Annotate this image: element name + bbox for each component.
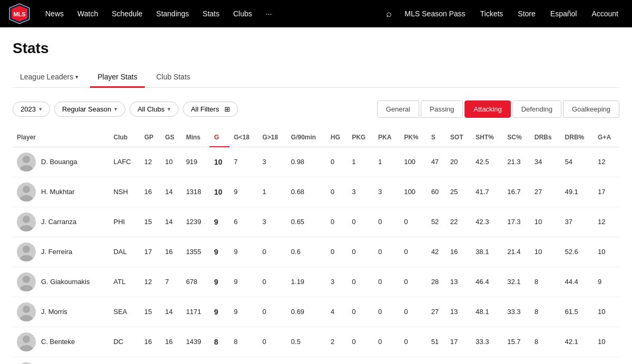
drbpct-cell: 32.1: [561, 357, 594, 364]
pka-cell: 0: [374, 207, 400, 237]
tab-player-stats[interactable]: Player Stats: [90, 67, 144, 88]
g-cell: 10: [210, 177, 230, 207]
table-row: C. Espinoza SJ 16 16 1434 8 6 2 0.5 0 3 …: [13, 357, 619, 364]
sot-cell: 17: [446, 327, 471, 357]
tab-club-stats[interactable]: Club Stats: [149, 67, 198, 88]
drbs-cell: 34: [530, 147, 561, 177]
nav-espanol[interactable]: Español: [545, 6, 582, 21]
nav-clubs[interactable]: Clubs: [227, 6, 259, 21]
club-cell: DC: [109, 327, 140, 357]
tab-league-leaders[interactable]: League Leaders: [13, 67, 86, 88]
filters-bar: 2023 Regular Season All Clubs All Filter…: [13, 100, 619, 118]
g90min-cell: 0.68: [287, 177, 327, 207]
pkpct-cell: 0: [400, 207, 427, 237]
pka-cell: 1: [374, 147, 400, 177]
table-header: Player Club GP GS Mins G G<18 G>18 G/90m…: [13, 128, 619, 147]
g-cell: 10: [210, 147, 230, 177]
nav-account[interactable]: Account: [586, 6, 624, 21]
drbs-cell: 27: [530, 177, 561, 207]
hg-cell: 0: [327, 357, 348, 364]
stat-tab-general[interactable]: General: [377, 100, 419, 118]
col-drbs: DRBs: [530, 128, 561, 147]
g90min-cell: 1.19: [287, 267, 327, 297]
stat-tab-attacking[interactable]: Attacking: [465, 100, 510, 118]
g18over-cell: 2: [258, 357, 287, 364]
pka-cell: 0: [374, 327, 400, 357]
sot-cell: 22: [446, 207, 471, 237]
g90min-cell: 0.65: [287, 207, 327, 237]
clubs-filter[interactable]: All Clubs: [130, 102, 179, 117]
g18over-cell: 0: [258, 297, 287, 327]
nav-stats[interactable]: Stats: [196, 6, 226, 21]
mls-logo[interactable]: MLS: [8, 3, 31, 25]
s-cell: 51: [427, 327, 446, 357]
table-row: H. Mukhtar NSH 16 14 1318 10 9 1 0.68 0 …: [13, 177, 619, 207]
g18under-cell: 8: [230, 327, 258, 357]
pkg-cell: 0: [348, 267, 374, 297]
s-cell: 28: [427, 267, 446, 297]
table-row: D. Bouanga LAFC 12 10 919 10 7 3 0.98 0 …: [13, 147, 619, 177]
ga-cell: 10: [594, 327, 619, 357]
gs-cell: 16: [161, 237, 182, 267]
nav-tickets[interactable]: Tickets: [475, 6, 509, 21]
shtpct-cell: 42.3: [471, 207, 503, 237]
svg-point-4: [23, 156, 30, 163]
col-pkg: PKG: [348, 128, 374, 147]
stats-page: Stats League Leaders Player Stats Club S…: [0, 27, 632, 364]
g18under-cell: 9: [230, 267, 258, 297]
gp-cell: 12: [140, 147, 161, 177]
col-g18over: G>18: [258, 128, 287, 147]
svg-point-13: [23, 246, 30, 253]
club-cell: PHI: [109, 207, 140, 237]
all-filters-button[interactable]: All Filters ⊞: [183, 102, 238, 117]
player-cell: J. Ferreira: [13, 237, 109, 267]
club-cell: SJ: [109, 357, 140, 364]
ga-cell: 10: [594, 237, 619, 267]
player-avatar: [17, 153, 36, 171]
scpct-cell: 21.4: [503, 237, 530, 267]
stat-tab-defending[interactable]: Defending: [512, 100, 561, 118]
nav-more[interactable]: ···: [260, 6, 279, 21]
scpct-cell: 28.6: [503, 357, 530, 364]
g90min-cell: 0.6: [287, 237, 327, 267]
g18under-cell: 7: [230, 147, 258, 177]
gs-cell: 14: [161, 207, 182, 237]
mins-cell: 1434: [182, 357, 210, 364]
stat-tab-goalkeeping[interactable]: Goalkeeping: [563, 100, 619, 118]
pkg-cell: 0: [348, 297, 374, 327]
player-name: H. Mukhtar: [41, 188, 75, 196]
player-cell: C. Benteke: [13, 327, 109, 357]
player-cell: C. Espinoza: [13, 357, 109, 364]
pka-cell: 0: [374, 297, 400, 327]
s-cell: 27: [427, 297, 446, 327]
hg-cell: 0: [327, 177, 348, 207]
nav-store[interactable]: Store: [512, 6, 540, 21]
nav-news[interactable]: News: [39, 6, 70, 21]
stat-tab-passing[interactable]: Passing: [421, 100, 463, 118]
col-club: Club: [109, 128, 140, 147]
nav-standings[interactable]: Standings: [150, 6, 195, 21]
sot-cell: 20: [446, 147, 471, 177]
gs-cell: 10: [161, 147, 182, 177]
table-row: J. Carranza PHI 15 14 1239 9 6 3 0.65 0 …: [13, 207, 619, 237]
pkg-cell: 3: [348, 177, 374, 207]
s-cell: 42: [427, 237, 446, 267]
svg-point-22: [23, 336, 30, 343]
drbpct-cell: 52.6: [561, 237, 594, 267]
player-cell: H. Mukhtar: [13, 177, 109, 207]
col-sot: SOT: [446, 128, 471, 147]
svg-point-24: [17, 362, 36, 365]
search-icon[interactable]: ⌕: [383, 5, 395, 23]
col-s: S: [427, 128, 446, 147]
nav-season-pass[interactable]: MLS Season Pass: [399, 6, 470, 21]
gs-cell: 16: [161, 327, 182, 357]
pka-cell: 0: [374, 237, 400, 267]
nav-schedule[interactable]: Schedule: [105, 6, 149, 21]
stat-type-tabs: General Passing Attacking Defending Goal…: [377, 100, 619, 118]
year-filter[interactable]: 2023: [13, 102, 50, 117]
stats-tabs: League Leaders Player Stats Club Stats: [13, 67, 619, 88]
nav-watch[interactable]: Watch: [71, 6, 104, 21]
season-type-filter[interactable]: Regular Season: [54, 102, 125, 117]
club-cell: NSH: [109, 177, 140, 207]
player-name: G. Giakoumakis: [41, 278, 90, 286]
